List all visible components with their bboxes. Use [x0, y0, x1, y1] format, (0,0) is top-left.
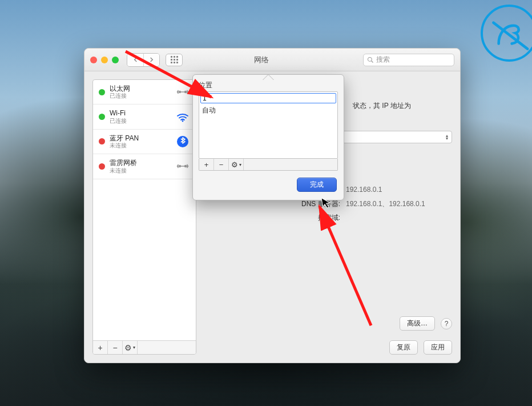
status-dot-icon — [99, 89, 105, 95]
close-window-button[interactable] — [90, 57, 97, 63]
svg-point-3 — [184, 91, 187, 93]
stepper-icon: ▴▾ — [446, 134, 448, 140]
window-title: 网络 — [166, 55, 357, 65]
status-dot-icon — [99, 138, 105, 144]
location-label: 位置 — [199, 81, 338, 90]
watermark-emblem — [481, 5, 532, 62]
location-toolbar: + − ⚙︎▾ — [199, 159, 338, 171]
sidebar-actions-menu[interactable]: ⚙︎ ▾ — [123, 341, 138, 355]
search-domain-row: 搜索域: — [203, 213, 346, 223]
sidebar-toolbar: + − ⚙︎ ▾ — [93, 340, 196, 354]
status-message: 状态，其 IP 地址为 — [353, 101, 411, 111]
location-item[interactable]: 自动 — [199, 104, 337, 116]
location-name-input[interactable]: 1 — [200, 93, 336, 103]
help-button[interactable]: ? — [441, 318, 452, 329]
remove-location-button[interactable]: − — [214, 159, 229, 170]
service-row-ethernet[interactable]: 以太网 已连接 — [93, 80, 196, 104]
search-field[interactable]: 搜索 — [363, 54, 454, 66]
service-state: 未连接 — [110, 142, 171, 149]
service-state: 已连接 — [110, 118, 171, 124]
advanced-button[interactable]: 高级… — [400, 316, 435, 331]
add-service-button[interactable]: + — [93, 341, 108, 355]
search-icon — [367, 57, 374, 63]
gear-icon: ⚙︎ — [231, 160, 238, 169]
service-name: 蓝牙 PAN — [110, 134, 171, 142]
chevron-down-icon: ▾ — [133, 345, 135, 350]
status-dot-icon — [99, 163, 105, 170]
ethernet-icon — [175, 160, 190, 172]
chevron-down-icon: ▾ — [239, 162, 241, 167]
traffic-lights — [90, 57, 119, 63]
service-row-bluetooth-pan[interactable]: 蓝牙 PAN 未连接 — [93, 130, 196, 154]
minimize-window-button[interactable] — [101, 57, 108, 63]
dns-value: 192.168.0.1、192.168.0.1 — [346, 199, 425, 209]
add-location-button[interactable]: + — [199, 159, 214, 170]
router-value: 192.168.0.1 — [346, 186, 382, 195]
search-domain-label: 搜索域: — [203, 213, 340, 223]
apply-row: 复原 应用 — [389, 340, 452, 355]
back-button[interactable] — [127, 54, 143, 66]
svg-point-7 — [184, 165, 187, 167]
status-dot-icon — [99, 114, 105, 120]
window-titlebar: 网络 搜索 — [84, 49, 460, 71]
service-row-wifi[interactable]: Wi-Fi 已连接 — [93, 104, 196, 129]
bluetooth-icon — [175, 135, 190, 148]
svg-point-2 — [179, 91, 181, 93]
advanced-row: 高级… ? — [400, 316, 452, 331]
zoom-window-button[interactable] — [112, 57, 119, 63]
done-button[interactable]: 完成 — [297, 178, 337, 192]
search-placeholder: 搜索 — [376, 55, 390, 65]
svg-point-0 — [368, 57, 372, 61]
revert-button[interactable]: 复原 — [389, 340, 418, 355]
service-name: Wi-Fi — [110, 109, 171, 117]
service-state: 已连接 — [110, 93, 171, 99]
svg-point-4 — [182, 120, 184, 122]
location-list[interactable]: 1 自动 — [199, 91, 338, 159]
service-name: 雷雳网桥 — [110, 159, 171, 167]
service-name: 以太网 — [110, 85, 171, 93]
ethernet-icon — [175, 86, 190, 98]
apply-button[interactable]: 应用 — [424, 340, 452, 355]
dns-row: DNS 服务器: 192.168.0.1、192.168.0.1 — [203, 199, 425, 209]
svg-line-1 — [372, 61, 373, 62]
service-state: 未连接 — [110, 167, 171, 174]
gear-icon: ⚙︎ — [124, 343, 132, 352]
nav-back-forward — [127, 53, 160, 67]
location-editor-popover: 位置 1 自动 + − ⚙︎▾ 完成 — [192, 74, 344, 200]
dns-label: DNS 服务器: — [203, 199, 340, 209]
remove-service-button[interactable]: − — [108, 341, 123, 355]
forward-button[interactable] — [143, 54, 159, 66]
network-services-sidebar: 以太网 已连接 Wi-Fi 已连接 — [92, 79, 196, 355]
location-actions-menu[interactable]: ⚙︎▾ — [229, 159, 244, 170]
service-row-thunderbolt-bridge[interactable]: 雷雳网桥 未连接 — [93, 154, 196, 179]
network-services-list: 以太网 已连接 Wi-Fi 已连接 — [93, 80, 196, 340]
wifi-icon — [175, 111, 190, 123]
svg-point-6 — [179, 165, 181, 167]
